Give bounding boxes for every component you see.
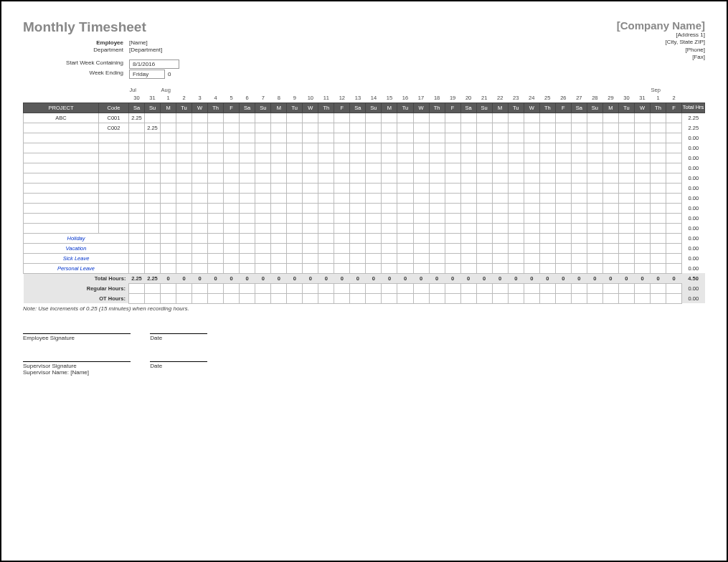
hours-cell[interactable] [650, 223, 666, 233]
hours-cell[interactable] [397, 243, 413, 253]
hours-cell[interactable] [366, 293, 382, 303]
hours-cell[interactable] [460, 113, 476, 123]
hours-cell[interactable] [161, 283, 176, 293]
hours-cell[interactable] [602, 283, 618, 293]
hours-cell[interactable] [666, 153, 682, 163]
hours-cell[interactable] [397, 193, 413, 203]
hours-cell[interactable] [634, 173, 650, 183]
hours-cell[interactable] [539, 213, 555, 223]
hours-cell[interactable] [555, 263, 571, 273]
supervisor-signature-line[interactable]: Supervisor Signature [23, 361, 131, 369]
hours-cell[interactable]: 2.25 [128, 113, 144, 123]
hours-cell[interactable] [445, 143, 460, 153]
hours-cell[interactable] [539, 223, 555, 233]
hours-cell[interactable] [271, 263, 287, 273]
hours-cell[interactable] [255, 213, 271, 223]
hours-cell[interactable] [413, 143, 429, 153]
hours-cell[interactable] [539, 233, 555, 243]
hours-cell[interactable] [539, 243, 555, 253]
hours-cell[interactable] [508, 213, 524, 223]
hours-cell[interactable] [350, 163, 366, 173]
hours-cell[interactable] [602, 113, 618, 123]
hours-cell[interactable] [382, 283, 397, 293]
hours-cell[interactable] [271, 223, 287, 233]
hours-cell[interactable] [303, 203, 318, 213]
hours-cell[interactable] [366, 233, 382, 243]
hours-cell[interactable] [255, 243, 271, 253]
hours-cell[interactable] [366, 253, 382, 263]
hours-cell[interactable] [571, 203, 587, 213]
hours-cell[interactable] [492, 203, 508, 213]
hours-cell[interactable] [429, 143, 445, 153]
hours-cell[interactable] [571, 183, 587, 193]
hours-cell[interactable] [492, 293, 508, 303]
hours-cell[interactable] [255, 223, 271, 233]
hours-cell[interactable] [429, 203, 445, 213]
hours-cell[interactable] [161, 223, 176, 233]
hours-cell[interactable] [618, 123, 634, 133]
hours-cell[interactable] [350, 173, 366, 183]
hours-cell[interactable] [539, 143, 555, 153]
hours-cell[interactable] [318, 193, 334, 203]
hours-cell[interactable] [350, 203, 366, 213]
hours-cell[interactable] [224, 293, 240, 303]
hours-cell[interactable] [271, 293, 287, 303]
hours-cell[interactable] [176, 203, 192, 213]
hours-cell[interactable] [240, 293, 255, 303]
hours-cell[interactable] [650, 253, 666, 263]
hours-cell[interactable] [650, 143, 666, 153]
hours-cell[interactable] [429, 283, 445, 293]
hours-cell[interactable] [666, 203, 682, 213]
hours-cell[interactable] [255, 113, 271, 123]
project-cell[interactable] [24, 223, 99, 233]
hours-cell[interactable] [618, 183, 634, 193]
hours-cell[interactable] [350, 183, 366, 193]
code-cell[interactable]: C002 [98, 123, 128, 133]
hours-cell[interactable] [476, 283, 492, 293]
project-cell[interactable] [24, 193, 99, 203]
hours-cell[interactable] [429, 263, 445, 273]
hours-cell[interactable] [176, 183, 192, 193]
hours-cell[interactable] [555, 173, 571, 183]
code-cell[interactable] [98, 143, 128, 153]
hours-cell[interactable] [634, 163, 650, 173]
hours-cell[interactable] [524, 173, 539, 183]
hours-cell[interactable] [161, 253, 176, 263]
hours-cell[interactable] [382, 123, 397, 133]
hours-cell[interactable] [382, 153, 397, 163]
hours-cell[interactable] [413, 133, 429, 143]
hours-cell[interactable] [397, 223, 413, 233]
hours-cell[interactable] [650, 233, 666, 243]
hours-cell[interactable] [460, 263, 476, 273]
employee-value[interactable]: [Name] [129, 39, 172, 46]
hours-cell[interactable] [382, 133, 397, 143]
code-cell[interactable] [98, 173, 128, 183]
hours-cell[interactable] [255, 253, 271, 263]
hours-cell[interactable] [492, 193, 508, 203]
hours-cell[interactable] [666, 293, 682, 303]
hours-cell[interactable] [571, 113, 587, 123]
code-cell[interactable] [98, 163, 128, 173]
hours-cell[interactable] [334, 163, 350, 173]
hours-cell[interactable] [602, 123, 618, 133]
hours-cell[interactable] [429, 163, 445, 173]
hours-cell[interactable] [224, 183, 240, 193]
hours-cell[interactable] [271, 143, 287, 153]
hours-cell[interactable] [240, 143, 255, 153]
hours-cell[interactable] [176, 213, 192, 223]
hours-cell[interactable] [176, 223, 192, 233]
hours-cell[interactable] [666, 193, 682, 203]
hours-cell[interactable] [350, 243, 366, 253]
hours-cell[interactable] [366, 283, 382, 293]
hours-cell[interactable] [397, 283, 413, 293]
hours-cell[interactable] [128, 153, 144, 163]
hours-cell[interactable] [192, 153, 208, 163]
code-cell[interactable] [98, 203, 128, 213]
hours-cell[interactable] [350, 133, 366, 143]
hours-cell[interactable] [366, 193, 382, 203]
hours-cell[interactable] [508, 233, 524, 243]
hours-cell[interactable] [334, 213, 350, 223]
hours-cell[interactable] [224, 283, 240, 293]
hours-cell[interactable] [303, 193, 318, 203]
hours-cell[interactable] [460, 123, 476, 133]
